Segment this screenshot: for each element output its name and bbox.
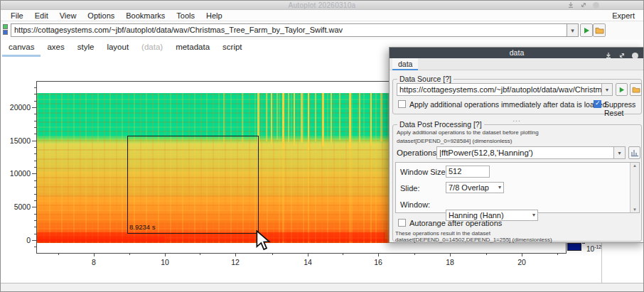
dialog-address-input[interactable]: https://cottagesystems.com/~jbf/autoplot…: [397, 83, 602, 96]
canvas-edge: [601, 243, 602, 283]
scroll-down-icon[interactable]: ▼: [630, 207, 639, 212]
y-tick-label: 0: [5, 236, 31, 244]
tab-metadata[interactable]: metadata: [169, 40, 216, 57]
x-tick-label: 14: [297, 258, 318, 266]
y-tick-label: 20000: [5, 103, 31, 112]
tab-axes[interactable]: axes: [41, 40, 70, 57]
y-axis: [36, 81, 37, 254]
x-tick-label: 18: [439, 258, 461, 266]
y-tick-label: 5000: [5, 202, 31, 211]
suppress-reset-checkbox[interactable]: [594, 100, 601, 108]
dialog-go-button[interactable]: [616, 83, 628, 96]
x-tick-label: 10: [154, 258, 176, 266]
x-axis: [36, 253, 567, 254]
operations-editor-icon: [630, 148, 639, 157]
x-tick-label: 16: [367, 258, 389, 266]
menu-bookmarks[interactable]: Bookmarks: [120, 11, 171, 20]
address-input[interactable]: https://cottagesystems.com/~jbf/autoplot…: [11, 23, 567, 37]
play-icon: [618, 86, 626, 94]
tab-data[interactable]: (data): [135, 40, 169, 57]
apply-operations-label: Apply additional operations immediately …: [409, 100, 606, 109]
folder-icon: [632, 86, 640, 93]
dialog-tab-data[interactable]: data: [392, 58, 418, 70]
operations-label: Operations:: [397, 148, 439, 157]
operation-settings-panel: ▲ ▼ Window Size: 512 Slide: 7/8 Overlap …: [395, 162, 640, 213]
slide-select[interactable]: 7/8 Overlap: [446, 182, 504, 193]
dialog-titlebar[interactable]: data: [390, 48, 644, 58]
window-size-label: Window Size:: [400, 168, 448, 176]
mouse-cursor: [256, 230, 272, 254]
autoplot-window: Autoplot 20260310a FileEditViewOptionsBo…: [0, 0, 644, 292]
menu-tools[interactable]: Tools: [171, 11, 200, 20]
colorbar-label: 10-12: [586, 244, 601, 253]
dialog-address-dropdown[interactable]: ▾: [602, 83, 613, 96]
y-tick-label: 10000: [5, 169, 31, 178]
play-icon: [582, 26, 591, 35]
datasource-status-icon: [3, 24, 9, 36]
restore-window-icon[interactable]: [580, 1, 587, 9]
address-row: https://cottagesystems.com/~jbf/autoplot…: [1, 21, 643, 40]
operations-input[interactable]: |fftPower(512,8,'Hanning'): [436, 146, 614, 159]
colorbar-tick: [582, 243, 585, 244]
menu-edit[interactable]: Edit: [29, 11, 54, 20]
selection-annotation: 8.9234 s: [129, 223, 155, 231]
folder-icon: [595, 26, 604, 34]
data-dialog: data data Data Source [?] https://cottag…: [389, 47, 644, 243]
menu-file[interactable]: File: [5, 11, 29, 20]
tab-canvas[interactable]: canvas: [2, 40, 41, 57]
data-source-legend: Data Source [?]: [397, 75, 454, 83]
close-window-icon[interactable]: [593, 2, 599, 9]
autorange-label: Autorange after operations: [409, 219, 502, 227]
operations-editor-button[interactable]: [628, 146, 640, 159]
input-dataset-label: dataset[DEPEND_0=928584] (dimensionless): [397, 138, 512, 144]
dialog-open-file-button[interactable]: [630, 83, 642, 96]
tab-layout[interactable]: layout: [100, 40, 135, 57]
apply-operations-checkbox[interactable]: [398, 100, 406, 108]
status-bar: [1, 283, 643, 291]
dialog-tabstrip: data: [390, 58, 644, 70]
slide-label: Slide:: [400, 184, 420, 193]
panel-scrollbar[interactable]: ▲ ▼: [630, 163, 639, 212]
pin-window-icon[interactable]: [567, 1, 574, 9]
window-titlebar[interactable]: Autoplot 20260310a: [1, 1, 643, 10]
open-file-button[interactable]: [593, 23, 606, 37]
operations-dropdown[interactable]: ▾: [614, 146, 626, 159]
window-title: Autoplot 20260310a: [1, 1, 643, 9]
result-text-line1: These operations result in the dataset: [395, 230, 490, 237]
scroll-up-icon[interactable]: ▲: [630, 163, 639, 168]
result-text-line2: dataset[DEPEND_0=14502,DEPEND_1=255] (di…: [395, 237, 552, 243]
y-tick-label: 15000: [5, 136, 31, 145]
go-button[interactable]: [580, 23, 593, 37]
menu-bar: FileEditViewOptionsBookmarksToolsHelp Ex…: [1, 10, 643, 21]
menu-view[interactable]: View: [54, 11, 82, 20]
tab-style[interactable]: style: [71, 40, 101, 57]
tab-script[interactable]: script: [216, 40, 248, 57]
address-dropdown-button[interactable]: ▾: [567, 23, 579, 37]
menu-options[interactable]: Options: [82, 11, 120, 20]
x-tick-label: 20: [511, 258, 532, 266]
x-tick-label: 8: [83, 258, 104, 266]
post-processing-legend: Data Post Processing [?]: [397, 120, 484, 129]
window-size-input[interactable]: 512: [446, 166, 490, 178]
colorbar-swatch[interactable]: [567, 243, 581, 251]
autorange-checkbox[interactable]: [398, 219, 406, 227]
menu-help[interactable]: Help: [200, 11, 228, 20]
post-processing-hint: Apply additional operations to the datas…: [397, 129, 539, 136]
window-label: Window:: [400, 200, 430, 209]
selection-box[interactable]: 8.9234 s: [127, 136, 259, 234]
x-tick-label: 12: [225, 258, 246, 266]
expert-mode-label[interactable]: Expert: [612, 11, 635, 20]
